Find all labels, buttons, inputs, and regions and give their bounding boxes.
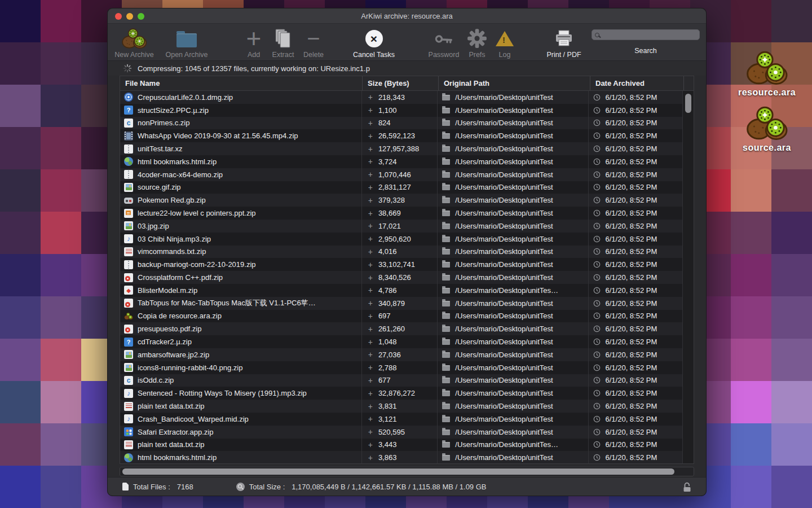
original-path: /Users/mario/Desktop/unitTest (455, 235, 553, 243)
expand-plus-icon[interactable]: + (368, 183, 373, 192)
toolbar-item-log[interactable]: Log (472, 26, 537, 59)
folder-icon (442, 211, 450, 216)
expand-plus-icon[interactable]: + (368, 376, 373, 385)
date-archived: 6/1/20, 8:52 PM (605, 260, 657, 269)
expand-plus-icon[interactable]: + (368, 440, 373, 449)
horizontal-scrollbar-thumb[interactable] (122, 468, 674, 475)
table-row[interactable]: Copia de resource.ara.zip + 697 /Users/m… (120, 310, 682, 323)
table-row[interactable]: 03.jpg.zip + 17,021 /Users/mario/Desktop… (120, 220, 682, 233)
desktop-icon-resource[interactable]: resource.ara (734, 50, 800, 98)
clock-icon (593, 325, 601, 332)
table-row[interactable]: CrepuscularLife2.0.1.dmg.zip + 218,343 /… (120, 91, 682, 104)
column-header-original-path[interactable]: Original Path (439, 76, 590, 90)
clock-icon (593, 300, 601, 307)
table-row[interactable]: Crossplatform C++.pdf.zip + 8,340,526 /U… (120, 271, 682, 284)
toolbar-item-cancel-tasks[interactable]: ×Cancel Tasks (341, 26, 407, 59)
original-path: /Users/mario/Desktop/unitTest (455, 312, 553, 320)
table-row[interactable]: WhatsApp Video 2019-09-30 at 21.56.45.mp… (120, 129, 682, 142)
expand-plus-icon[interactable]: + (368, 414, 373, 423)
expand-plus-icon[interactable]: + (368, 389, 373, 398)
table-row[interactable]: structSize2.PPC.µ.zip + 1,100 /Users/mar… (120, 104, 682, 117)
expand-plus-icon[interactable]: + (368, 402, 373, 411)
file-size: 2,788 (378, 364, 397, 372)
expand-plus-icon[interactable]: + (368, 273, 373, 282)
expand-plus-icon[interactable]: + (368, 119, 373, 128)
expand-plus-icon[interactable]: + (368, 247, 373, 256)
titlebar[interactable]: ArKiwi archive: resource.ara (108, 8, 706, 24)
minimize-button[interactable] (126, 13, 133, 20)
table-row[interactable]: plain text data.txt.zip + 3,831 /Users/m… (120, 400, 682, 413)
expand-plus-icon[interactable]: + (368, 363, 373, 372)
table-row[interactable]: unitTest.tar.xz + 127,957,388 /Users/mar… (120, 142, 682, 155)
expand-plus-icon[interactable]: + (368, 338, 373, 347)
table-row[interactable]: Safari Extractor.app.zip + 520,595 /User… (120, 426, 682, 439)
table-row[interactable]: Crash_Bandicoot_Warped.mid.zip + 3,121 /… (120, 413, 682, 426)
expand-plus-icon[interactable]: + (368, 325, 373, 334)
table-row[interactable]: lecture22-low level c pointers.ppt.zip +… (120, 207, 682, 220)
table-row[interactable]: backup-mariogt-com-22-10-2019.zip + 33,1… (120, 258, 682, 271)
table-row[interactable]: vimcommands.txt.zip + 4,016 /Users/mario… (120, 246, 682, 259)
toolbar-item-open-archive[interactable]: Open Archive (154, 26, 219, 59)
original-path: /Users/mario/Desktop/unitTest (455, 364, 553, 372)
table-row[interactable]: 03 Chibi Ninja.mp3.zip + 2,950,620 /User… (120, 233, 682, 246)
table-row[interactable]: presupuesto.pdf.zip + 261,260 /Users/mar… (120, 322, 682, 335)
expand-plus-icon[interactable]: + (368, 453, 373, 462)
vertical-scrollbar[interactable] (682, 91, 694, 463)
expand-plus-icon[interactable]: + (368, 234, 373, 243)
expand-plus-icon[interactable]: + (368, 299, 373, 308)
file-size: 2,950,620 (378, 235, 411, 243)
expand-plus-icon[interactable]: + (368, 132, 373, 141)
column-header-date-archived[interactable]: Date Archived (590, 76, 684, 90)
expand-plus-icon[interactable]: + (368, 286, 373, 295)
table-row[interactable]: html bookmarks.html.zip + 3,863 /Users/m… (120, 451, 682, 463)
toolbar-item-delete[interactable]: −Delete (281, 26, 346, 59)
expand-plus-icon[interactable]: + (368, 350, 373, 359)
clock-icon (593, 248, 601, 255)
expand-plus-icon[interactable]: + (368, 427, 373, 436)
table-row[interactable]: BlisterModel.m.zip + 4,786 /Users/mario/… (120, 284, 682, 297)
lock-icon[interactable] (683, 482, 691, 494)
expand-plus-icon[interactable]: + (368, 144, 373, 154)
table-row[interactable]: Sentenced - Rotting Ways To Misery (1991… (120, 387, 682, 400)
file-size: 38,669 (378, 209, 401, 217)
expand-plus-icon[interactable]: + (368, 157, 373, 166)
table-row[interactable]: isOdd.c.zip + 677 /Users/mario/Desktop/u… (120, 374, 682, 387)
expand-plus-icon[interactable]: + (368, 312, 373, 321)
table-row[interactable]: TabTopus for Mac-TabTopus Mac版下载 V1.1-PC… (120, 297, 682, 310)
toolbar-item-print-pdf[interactable]: Print / PDF (531, 26, 597, 59)
table-row[interactable]: cdTracker2.µ.zip + 1,048 /Users/mario/De… (120, 335, 682, 348)
vertical-scrollbar-thumb[interactable] (685, 94, 691, 113)
table-row[interactable]: 4coder-mac-x64-demo.zip + 1,070,446 /Use… (120, 168, 682, 181)
file-size: 340,879 (378, 299, 405, 308)
expand-plus-icon[interactable]: + (368, 196, 373, 205)
expand-plus-icon[interactable]: + (368, 221, 373, 230)
expand-plus-icon[interactable]: + (368, 93, 373, 102)
original-path: /Users/mario/Desktop/unitTest (455, 196, 553, 204)
file-name: 4coder-mac-x64-demo.zip (138, 170, 223, 179)
table-row[interactable]: ambarsoftware.jp2.zip + 27,036 /Users/ma… (120, 348, 682, 361)
search-input[interactable] (592, 29, 700, 40)
expand-plus-icon[interactable]: + (368, 106, 373, 115)
wallpaper-tile (41, 212, 81, 254)
file-size: 4,786 (378, 286, 397, 295)
zoom-button[interactable] (138, 13, 144, 20)
desktop-icon-source[interactable]: source.ara (734, 105, 800, 153)
expand-plus-icon[interactable]: + (368, 170, 373, 179)
folder-icon (442, 430, 450, 435)
table-row[interactable]: nonPrimes.c.zip + 824 /Users/mario/Deskt… (120, 117, 682, 130)
table-row[interactable]: html bookmarks.html.zip + 3,724 /Users/m… (120, 155, 682, 168)
clock-icon (593, 287, 601, 294)
file-type-icon (124, 414, 133, 423)
table-row[interactable]: plain text data.txt.zip + 3,443 /Users/m… (120, 439, 682, 452)
search-group: Search (592, 29, 700, 55)
close-button[interactable] (115, 13, 122, 20)
file-name: nonPrimes.c.zip (138, 119, 189, 127)
table-row[interactable]: Pokemon Red.gb.zip + 379,328 /Users/mari… (120, 194, 682, 207)
expand-plus-icon[interactable]: + (368, 209, 373, 218)
column-header-file-name[interactable]: File Name (120, 76, 363, 90)
expand-plus-icon[interactable]: + (368, 260, 373, 269)
table-row[interactable]: source.gif.zip + 2,831,127 /Users/mario/… (120, 181, 682, 194)
horizontal-scrollbar[interactable] (120, 467, 694, 476)
column-header-size[interactable]: Size (Bytes) (363, 76, 439, 90)
table-row[interactable]: icons8-running-rabbit-40.png.zip + 2,788… (120, 361, 682, 374)
